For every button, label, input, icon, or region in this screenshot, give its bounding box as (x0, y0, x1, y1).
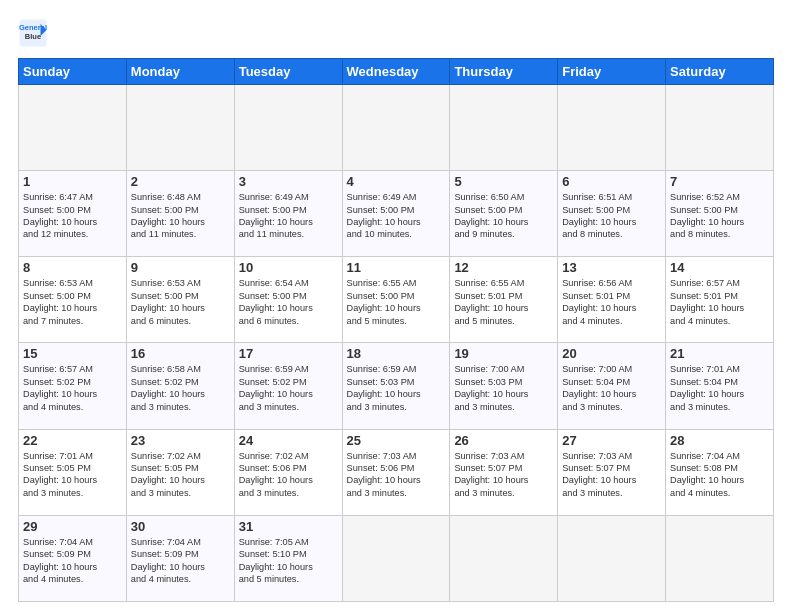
day-number: 3 (239, 174, 338, 189)
day-info: Sunrise: 6:59 AM Sunset: 5:03 PM Dayligh… (347, 363, 446, 413)
calendar-cell: 31Sunrise: 7:05 AM Sunset: 5:10 PM Dayli… (234, 515, 342, 601)
calendar-cell: 16Sunrise: 6:58 AM Sunset: 5:02 PM Dayli… (126, 343, 234, 429)
day-info: Sunrise: 6:52 AM Sunset: 5:00 PM Dayligh… (670, 191, 769, 241)
header: General Blue (18, 18, 774, 48)
day-info: Sunrise: 7:03 AM Sunset: 5:07 PM Dayligh… (562, 450, 661, 500)
calendar-cell: 3Sunrise: 6:49 AM Sunset: 5:00 PM Daylig… (234, 171, 342, 257)
col-header-friday: Friday (558, 59, 666, 85)
calendar-cell: 12Sunrise: 6:55 AM Sunset: 5:01 PM Dayli… (450, 257, 558, 343)
day-number: 31 (239, 519, 338, 534)
day-number: 25 (347, 433, 446, 448)
col-header-monday: Monday (126, 59, 234, 85)
col-header-wednesday: Wednesday (342, 59, 450, 85)
svg-text:Blue: Blue (25, 32, 41, 41)
day-info: Sunrise: 6:55 AM Sunset: 5:01 PM Dayligh… (454, 277, 553, 327)
day-number: 7 (670, 174, 769, 189)
calendar-header-row: SundayMondayTuesdayWednesdayThursdayFrid… (19, 59, 774, 85)
calendar-cell (234, 85, 342, 171)
calendar-cell: 17Sunrise: 6:59 AM Sunset: 5:02 PM Dayli… (234, 343, 342, 429)
day-number: 22 (23, 433, 122, 448)
logo-icon: General Blue (18, 18, 48, 48)
col-header-sunday: Sunday (19, 59, 127, 85)
day-info: Sunrise: 6:53 AM Sunset: 5:00 PM Dayligh… (23, 277, 122, 327)
calendar-cell: 5Sunrise: 6:50 AM Sunset: 5:00 PM Daylig… (450, 171, 558, 257)
day-info: Sunrise: 7:00 AM Sunset: 5:03 PM Dayligh… (454, 363, 553, 413)
day-info: Sunrise: 7:01 AM Sunset: 5:04 PM Dayligh… (670, 363, 769, 413)
calendar-cell: 1Sunrise: 6:47 AM Sunset: 5:00 PM Daylig… (19, 171, 127, 257)
calendar-cell (666, 515, 774, 601)
calendar-cell (342, 515, 450, 601)
day-number: 19 (454, 346, 553, 361)
day-number: 30 (131, 519, 230, 534)
day-number: 26 (454, 433, 553, 448)
col-header-saturday: Saturday (666, 59, 774, 85)
day-info: Sunrise: 7:03 AM Sunset: 5:07 PM Dayligh… (454, 450, 553, 500)
day-number: 14 (670, 260, 769, 275)
day-number: 13 (562, 260, 661, 275)
week-row-5: 29Sunrise: 7:04 AM Sunset: 5:09 PM Dayli… (19, 515, 774, 601)
calendar-cell (126, 85, 234, 171)
day-number: 1 (23, 174, 122, 189)
day-number: 27 (562, 433, 661, 448)
day-number: 28 (670, 433, 769, 448)
calendar-cell: 23Sunrise: 7:02 AM Sunset: 5:05 PM Dayli… (126, 429, 234, 515)
day-number: 11 (347, 260, 446, 275)
day-number: 17 (239, 346, 338, 361)
calendar-cell (19, 85, 127, 171)
calendar-cell: 21Sunrise: 7:01 AM Sunset: 5:04 PM Dayli… (666, 343, 774, 429)
calendar-cell: 28Sunrise: 7:04 AM Sunset: 5:08 PM Dayli… (666, 429, 774, 515)
day-info: Sunrise: 6:57 AM Sunset: 5:02 PM Dayligh… (23, 363, 122, 413)
calendar-cell (558, 85, 666, 171)
calendar-cell: 24Sunrise: 7:02 AM Sunset: 5:06 PM Dayli… (234, 429, 342, 515)
week-row-2: 8Sunrise: 6:53 AM Sunset: 5:00 PM Daylig… (19, 257, 774, 343)
day-info: Sunrise: 6:58 AM Sunset: 5:02 PM Dayligh… (131, 363, 230, 413)
day-info: Sunrise: 7:02 AM Sunset: 5:06 PM Dayligh… (239, 450, 338, 500)
calendar-table: SundayMondayTuesdayWednesdayThursdayFrid… (18, 58, 774, 602)
day-number: 16 (131, 346, 230, 361)
calendar-cell: 20Sunrise: 7:00 AM Sunset: 5:04 PM Dayli… (558, 343, 666, 429)
day-info: Sunrise: 6:54 AM Sunset: 5:00 PM Dayligh… (239, 277, 338, 327)
col-header-tuesday: Tuesday (234, 59, 342, 85)
day-info: Sunrise: 7:01 AM Sunset: 5:05 PM Dayligh… (23, 450, 122, 500)
week-row-4: 22Sunrise: 7:01 AM Sunset: 5:05 PM Dayli… (19, 429, 774, 515)
day-info: Sunrise: 6:47 AM Sunset: 5:00 PM Dayligh… (23, 191, 122, 241)
calendar-cell: 27Sunrise: 7:03 AM Sunset: 5:07 PM Dayli… (558, 429, 666, 515)
day-info: Sunrise: 7:03 AM Sunset: 5:06 PM Dayligh… (347, 450, 446, 500)
week-row-0 (19, 85, 774, 171)
col-header-thursday: Thursday (450, 59, 558, 85)
calendar-cell: 14Sunrise: 6:57 AM Sunset: 5:01 PM Dayli… (666, 257, 774, 343)
day-number: 15 (23, 346, 122, 361)
day-info: Sunrise: 6:53 AM Sunset: 5:00 PM Dayligh… (131, 277, 230, 327)
day-number: 10 (239, 260, 338, 275)
day-number: 29 (23, 519, 122, 534)
calendar-cell: 7Sunrise: 6:52 AM Sunset: 5:00 PM Daylig… (666, 171, 774, 257)
day-info: Sunrise: 6:49 AM Sunset: 5:00 PM Dayligh… (239, 191, 338, 241)
week-row-3: 15Sunrise: 6:57 AM Sunset: 5:02 PM Dayli… (19, 343, 774, 429)
day-info: Sunrise: 6:59 AM Sunset: 5:02 PM Dayligh… (239, 363, 338, 413)
calendar-cell: 11Sunrise: 6:55 AM Sunset: 5:00 PM Dayli… (342, 257, 450, 343)
day-info: Sunrise: 6:55 AM Sunset: 5:00 PM Dayligh… (347, 277, 446, 327)
calendar-cell: 9Sunrise: 6:53 AM Sunset: 5:00 PM Daylig… (126, 257, 234, 343)
day-info: Sunrise: 7:04 AM Sunset: 5:09 PM Dayligh… (23, 536, 122, 586)
day-number: 21 (670, 346, 769, 361)
week-row-1: 1Sunrise: 6:47 AM Sunset: 5:00 PM Daylig… (19, 171, 774, 257)
calendar-cell: 13Sunrise: 6:56 AM Sunset: 5:01 PM Dayli… (558, 257, 666, 343)
calendar-cell: 19Sunrise: 7:00 AM Sunset: 5:03 PM Dayli… (450, 343, 558, 429)
page: General Blue SundayMondayTuesdayWednesda… (0, 0, 792, 612)
day-info: Sunrise: 6:57 AM Sunset: 5:01 PM Dayligh… (670, 277, 769, 327)
day-info: Sunrise: 6:48 AM Sunset: 5:00 PM Dayligh… (131, 191, 230, 241)
calendar-cell: 30Sunrise: 7:04 AM Sunset: 5:09 PM Dayli… (126, 515, 234, 601)
day-number: 12 (454, 260, 553, 275)
calendar-cell (450, 515, 558, 601)
calendar-cell: 2Sunrise: 6:48 AM Sunset: 5:00 PM Daylig… (126, 171, 234, 257)
day-number: 18 (347, 346, 446, 361)
day-number: 2 (131, 174, 230, 189)
calendar-cell: 26Sunrise: 7:03 AM Sunset: 5:07 PM Dayli… (450, 429, 558, 515)
calendar-cell: 15Sunrise: 6:57 AM Sunset: 5:02 PM Dayli… (19, 343, 127, 429)
logo: General Blue (18, 18, 52, 48)
day-number: 8 (23, 260, 122, 275)
calendar-cell: 6Sunrise: 6:51 AM Sunset: 5:00 PM Daylig… (558, 171, 666, 257)
day-info: Sunrise: 7:04 AM Sunset: 5:08 PM Dayligh… (670, 450, 769, 500)
day-info: Sunrise: 6:51 AM Sunset: 5:00 PM Dayligh… (562, 191, 661, 241)
day-number: 20 (562, 346, 661, 361)
